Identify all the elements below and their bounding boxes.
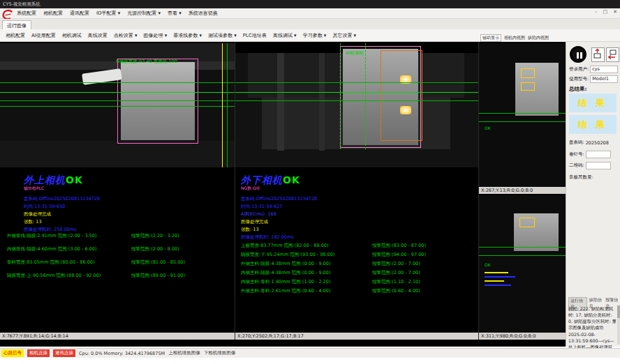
thumb-roi-box (521, 82, 535, 91)
weld-glint (400, 106, 411, 114)
title-bar: CYS-视觉检测系统 (0, 0, 620, 8)
barcode-text: 盘条码:Offline2025020813134728 (24, 196, 100, 202)
pause-icon (577, 52, 579, 59)
qr-row: 二维码: (569, 162, 611, 169)
measure-row: 隔膜宽度-下:95.24mm 范围:(93.00 - 98.00) (241, 252, 334, 258)
menu-camera-config[interactable]: 相机配置 (43, 10, 63, 17)
thumb-view-tabs: 辅助显示 相机内视图 缺陷内视图 (479, 34, 566, 42)
frame-count-text: 张数: 13 (241, 227, 259, 233)
alarm-range: 报警范围:(2.00 - 7.00) (372, 270, 420, 276)
thumb-ok-text: OK (485, 262, 491, 267)
alarm-range: 报警范围:(89.00 - 91.00) (131, 273, 185, 279)
upper-camera-image: N侧膜宽度:93.40 宽度值:100 (0, 43, 235, 167)
qr-input[interactable] (586, 162, 611, 169)
dashed-guide-line (365, 43, 366, 149)
measure-row: 上极宽度:83.77mm 范围:(82.00 - 88.00) (241, 243, 328, 249)
cursor-coords-lower: X:270;Y:2502;R:17;G:17;B:17 (235, 333, 478, 340)
tab-defect-inner-view[interactable]: 缺陷内视图 (528, 35, 549, 41)
measure-row: 外侧骨线-隔膜:2.91mm 范围:(2.00 - 3.50) (7, 233, 96, 239)
cpu-memory-text: Cpu: 0.0% Memory: 3424.41796875M (79, 351, 165, 356)
alarm-range: 报警范围:(0.60 - 4.00) (372, 288, 420, 294)
thumb-roi-box (519, 218, 535, 227)
process-done-text: 图像处理完成 (24, 211, 51, 218)
upper-cam-note[interactable]: 上相机绩效图像 (168, 350, 200, 356)
cursor-coords-upper: X:7677;Y:891;R:14;G:14;B:14 (0, 333, 235, 340)
tab-camera-inner-view[interactable]: 相机内视图 (504, 35, 525, 41)
tool-spotcheck-setting[interactable]: 点检设置 ▾ (114, 32, 138, 39)
tool-plc-table[interactable]: PLC地址表 (243, 32, 267, 39)
alarm-range: 报警范围:(1.10 - 2.10) (372, 279, 420, 285)
cursor-coords-thumb1: X:267;Y:13;R:0;G:0;B:0 (479, 187, 566, 194)
reel-barcode-value: 20250208 (586, 140, 609, 146)
window-controls: – ▢ ✕ (595, 9, 617, 15)
ok-status: OK (66, 174, 83, 185)
lower-camera-view[interactable]: AI检测框 外下相机OK NG数:0/0 盘条码:Offline20250208… (235, 42, 479, 340)
needle-row: 卷针号: (569, 151, 611, 158)
measure-row: 内侧主料-隔膜:4.38mm 范围:(0.00 - 9.00) (241, 270, 330, 276)
plc-note: 输出给PLC (24, 185, 44, 192)
yellow-guide-line (222, 43, 223, 167)
green-guide-line (227, 43, 228, 167)
good-tab-count-label: 良极耳数量: (569, 174, 593, 181)
tool-camera-config[interactable]: 相机配置 (6, 32, 25, 39)
upper-camera-view[interactable]: N侧膜宽度:93.40 宽度值:100 外上相机OK 输出给PLC 盘条码:Of… (0, 42, 235, 340)
minimize-icon[interactable]: – (595, 9, 598, 15)
thumb-overlay-line (485, 285, 511, 286)
ai-time-text: AI耗时(ms): 166 (241, 211, 276, 218)
tool-image-process[interactable]: 图像处理 ▾ (144, 32, 168, 39)
login-user-label: 登录用户: (569, 66, 589, 73)
measure-row: 隔膜宽度-上:90.56mm 范围:(88.00 - 92.00) (7, 273, 101, 279)
alarm-range: 报警范围:(94.00 - 97.00) (372, 252, 426, 258)
tool-offline-debug[interactable]: 离线调试 ▾ (273, 32, 297, 39)
menu-light-config[interactable]: 光源控制配置 ▾ (127, 10, 161, 17)
thumb-overlay-line (485, 272, 508, 273)
ng-note: NG数:0/0 (241, 185, 260, 192)
login-user-input[interactable]: cys (590, 66, 618, 73)
tool-baseline-params[interactable]: 基准线参数 ▾ (173, 32, 202, 39)
capture-lower-button[interactable] (606, 47, 619, 62)
cursor-coords-thumb2: X:311;Y:980;R:0;G:0;B:0 (479, 333, 566, 340)
dashed-guide-line (340, 43, 341, 149)
capture-upper-button[interactable] (591, 47, 605, 62)
tool-learn-params[interactable]: 学习参数 ▾ (303, 32, 327, 39)
measure-row: 外侧主料-骨料:2.61mm 范围:(0.60 - 4.00) (241, 288, 330, 294)
menu-view[interactable]: 查看 ▾ (168, 10, 182, 17)
menu-comm-config[interactable]: 通讯配置 (70, 10, 89, 17)
status-bar: 心跳信号 相机连接 通讯连接 Cpu: 0.0% Memory: 3424.41… (0, 348, 620, 358)
pause-button[interactable] (570, 46, 586, 63)
process-done-text: 图像处理完成 (241, 219, 268, 225)
result-box-upper: 结 果 (569, 93, 617, 112)
menu-system-config[interactable]: 系统配置 (17, 10, 36, 17)
ai-detect-outline (381, 50, 422, 141)
camera-name: 外上相机 (24, 174, 66, 185)
thumb-overlay-line (485, 280, 504, 282)
scrollbar-thumb[interactable] (617, 305, 620, 318)
tab-strip (0, 19, 620, 30)
menu-io-config[interactable]: IO手配置 ▾ (96, 10, 120, 17)
total-result-label: 总结果: (569, 86, 587, 93)
model-input[interactable]: Model1 (590, 75, 618, 83)
alarm-range: 报警范围:(2.00 - 8.00) (131, 246, 179, 252)
tool-test-params[interactable]: 测试项参数 ▾ (208, 32, 237, 39)
tool-ai-config[interactable]: AI使用配置 (31, 32, 56, 39)
tool-offline-setting[interactable]: 离线设置 (88, 32, 108, 39)
thumb-roi-box (521, 68, 535, 78)
stats-scrollbar[interactable] (617, 305, 620, 344)
close-icon[interactable]: ✕ (613, 9, 617, 15)
menu-language[interactable]: 系统语言切换 (189, 10, 218, 17)
time-text: 时间:13-31-59-650 (24, 204, 65, 210)
tool-other-setting[interactable]: 其它设置 ▾ (332, 32, 356, 39)
needle-input[interactable] (586, 151, 611, 158)
alarm-range: 报警范围:(2.00 - 7.00) (372, 261, 420, 267)
measure-row: 内侧骨线-隔膜:4.60mm 范围:(3.00 - 6.00) (7, 246, 96, 252)
maximize-icon[interactable]: ▢ (603, 9, 608, 15)
tab-aux-display[interactable]: 辅助显示 (480, 34, 501, 42)
window-title: CYS-视觉检测系统 (3, 1, 40, 7)
tool-camera-debug[interactable]: 相机调试 (62, 32, 82, 39)
elapsed-text: 图像处理耗时: 258.00ms (24, 227, 77, 233)
lower-cam-note[interactable]: 下相机绩效图像 (204, 350, 236, 356)
aux-thumb-lower[interactable]: OK (479, 195, 566, 333)
ai-box-annotation: AI检测框 (346, 50, 364, 56)
aux-thumb-upper[interactable]: OK (479, 43, 566, 187)
pause-icon (580, 52, 582, 59)
